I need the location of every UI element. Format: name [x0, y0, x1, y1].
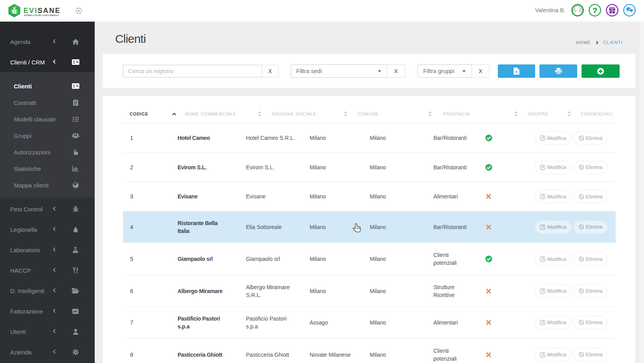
svg-text:x: x: [515, 70, 517, 74]
svg-text:?: ?: [593, 6, 597, 15]
